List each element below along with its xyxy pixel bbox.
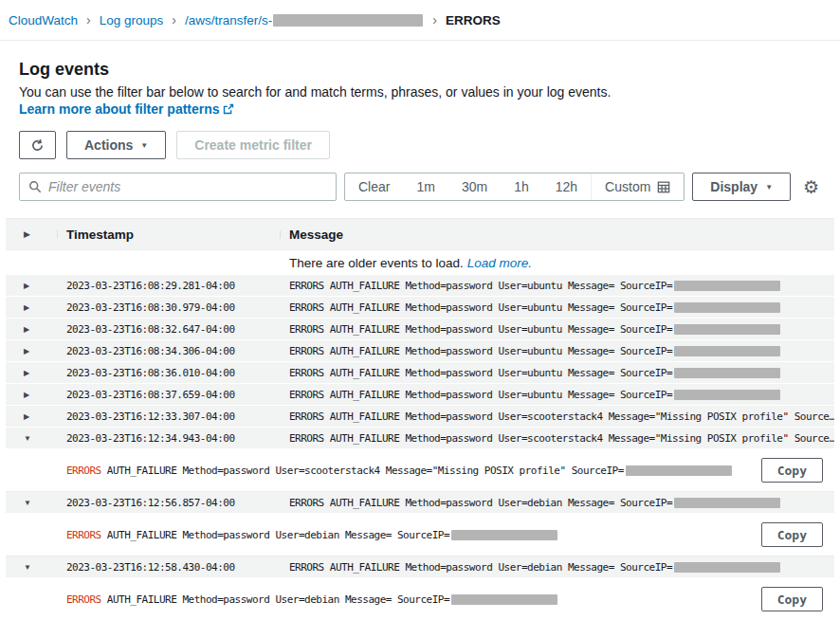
- message-cell: ERRORS AUTH_FAILURE Method=password User…: [289, 345, 834, 357]
- message-text: ERRORS AUTH_FAILURE Method=password User…: [289, 345, 672, 357]
- load-more-link[interactable]: Load more.: [467, 256, 532, 270]
- custom-range-button[interactable]: Custom: [591, 173, 684, 200]
- log-events-panel: Log events You can use the filter bar be…: [0, 41, 840, 201]
- log-rows: ▶2023-03-23T16:08:29.281-04:00ERRORS AUT…: [6, 275, 834, 620]
- learn-more-link[interactable]: Learn more about filter patterns: [19, 101, 234, 117]
- copy-button[interactable]: Copy: [761, 458, 823, 483]
- log-detail-text: ERRORS AUTH_FAILURE Method=password User…: [66, 529, 750, 541]
- expand-caret-icon[interactable]: ▶: [6, 282, 66, 290]
- redacted-source-ip: [674, 368, 780, 378]
- message-cell: ERRORS AUTH_FAILURE Method=password User…: [289, 323, 834, 336]
- message-text: ERRORS AUTH_FAILURE Method=password User…: [289, 410, 834, 423]
- range-1m-button[interactable]: 1m: [403, 173, 447, 200]
- log-row[interactable]: ▶2023-03-23T16:12:33.307-04:00ERRORS AUT…: [6, 406, 834, 428]
- search-icon: [28, 180, 42, 193]
- log-row[interactable]: ▶2023-03-23T16:08:36.010-04:00ERRORS AUT…: [6, 362, 834, 384]
- message-text: ERRORS AUTH_FAILURE Method=password User…: [289, 323, 672, 336]
- settings-gear-icon[interactable]: ⚙: [803, 178, 819, 196]
- message-cell: ERRORS AUTH_FAILURE Method=password User…: [289, 432, 834, 445]
- log-events-table: ▶ Timestamp Message There are older even…: [6, 218, 834, 620]
- log-row[interactable]: ▼2023-03-23T16:12:56.857-04:00ERRORS AUT…: [6, 492, 834, 514]
- log-detail-text: ERRORS AUTH_FAILURE Method=password User…: [66, 593, 750, 606]
- range-12h-button[interactable]: 12h: [542, 173, 591, 200]
- toolbar: Actions ▼ Create metric filter: [19, 131, 821, 159]
- expand-caret-icon[interactable]: ▶: [6, 412, 66, 421]
- error-token: ERRORS: [66, 529, 101, 541]
- chevron-down-icon: ▼: [765, 184, 773, 191]
- log-row[interactable]: ▼2023-03-23T16:12:58.430-04:00ERRORS AUT…: [6, 556, 834, 578]
- collapse-caret-icon[interactable]: ▼: [6, 563, 66, 572]
- description-text: You can use the filter bar below to sear…: [19, 84, 611, 100]
- expand-caret-icon[interactable]: ▶: [6, 347, 66, 356]
- timestamp-cell: 2023-03-23T16:08:29.281-04:00: [66, 280, 289, 292]
- filter-events-input[interactable]: [48, 179, 327, 194]
- create-metric-filter-button[interactable]: Create metric filter: [176, 131, 330, 159]
- timestamp-cell: 2023-03-23T16:08:37.659-04:00: [66, 389, 289, 401]
- log-row[interactable]: ▶2023-03-23T16:08:30.979-04:00ERRORS AUT…: [6, 297, 834, 319]
- message-text: ERRORS AUTH_FAILURE Method=password User…: [289, 432, 834, 445]
- breadcrumb-log-group[interactable]: /aws/transfer/s-: [185, 13, 424, 27]
- message-cell: ERRORS AUTH_FAILURE Method=password User…: [289, 280, 834, 292]
- timestamp-cell: 2023-03-23T16:12:58.430-04:00: [66, 561, 289, 574]
- older-events-row: There are older events to load. Load mor…: [6, 250, 834, 275]
- timestamp-column-header[interactable]: Timestamp: [66, 228, 289, 242]
- redacted-source-ip: [674, 562, 780, 573]
- filter-events-box: [19, 173, 337, 201]
- external-link-icon: [223, 103, 234, 115]
- message-column-header[interactable]: Message: [289, 228, 834, 242]
- refresh-button[interactable]: [19, 131, 56, 159]
- message-cell: ERRORS AUTH_FAILURE Method=password User…: [289, 410, 834, 423]
- message-text: ERRORS AUTH_FAILURE Method=password User…: [289, 497, 672, 509]
- redacted-source-ip: [451, 530, 557, 540]
- error-token: ERRORS: [66, 593, 101, 606]
- message-text: ERRORS AUTH_FAILURE Method=password User…: [289, 367, 672, 379]
- time-range-group: Clear 1m 30m 1h 12h Custom: [344, 173, 685, 201]
- redacted-log-group-name: [273, 14, 423, 27]
- log-detail-text: ERRORS AUTH_FAILURE Method=password User…: [66, 465, 750, 477]
- breadcrumb-cloudwatch[interactable]: CloudWatch: [9, 13, 78, 27]
- redacted-source-ip: [674, 346, 780, 356]
- collapse-caret-icon[interactable]: ▼: [6, 434, 66, 443]
- breadcrumb: CloudWatch › Log groups › /aws/transfer/…: [0, 0, 840, 41]
- expand-caret-icon[interactable]: ▶: [6, 391, 66, 399]
- timestamp-cell: 2023-03-23T16:12:34.943-04:00: [66, 432, 289, 445]
- log-row[interactable]: ▶2023-03-23T16:08:29.281-04:00ERRORS AUT…: [6, 275, 834, 297]
- log-row[interactable]: ▶2023-03-23T16:08:32.647-04:00ERRORS AUT…: [6, 319, 834, 340]
- actions-button[interactable]: Actions ▼: [66, 131, 166, 159]
- redacted-source-ip: [674, 498, 780, 508]
- collapse-caret-icon[interactable]: ▼: [6, 499, 66, 507]
- message-cell: ERRORS AUTH_FAILURE Method=password User…: [289, 367, 834, 379]
- refresh-icon: [30, 138, 45, 153]
- timestamp-cell: 2023-03-23T16:08:34.306-04:00: [66, 345, 289, 357]
- calendar-icon: [657, 180, 670, 193]
- log-row[interactable]: ▼2023-03-23T16:12:34.943-04:00ERRORS AUT…: [6, 428, 834, 449]
- log-row[interactable]: ▶2023-03-23T16:08:37.659-04:00ERRORS AUT…: [6, 384, 834, 406]
- redacted-source-ip: [674, 324, 780, 335]
- expand-caret-icon[interactable]: ▶: [6, 369, 66, 377]
- message-text: ERRORS AUTH_FAILURE Method=password User…: [289, 301, 672, 314]
- older-events-text: There are older events to load. Load mor…: [289, 256, 532, 270]
- message-cell: ERRORS AUTH_FAILURE Method=password User…: [289, 561, 834, 574]
- range-30m-button[interactable]: 30m: [448, 173, 501, 200]
- expand-caret-icon[interactable]: ▶: [6, 325, 66, 334]
- copy-button[interactable]: Copy: [761, 522, 823, 547]
- copy-button[interactable]: Copy: [761, 587, 823, 611]
- timestamp-cell: 2023-03-23T16:08:30.979-04:00: [66, 301, 289, 314]
- message-text: ERRORS AUTH_FAILURE Method=password User…: [289, 561, 672, 574]
- message-text: ERRORS AUTH_FAILURE Method=password User…: [289, 280, 672, 292]
- clear-button[interactable]: Clear: [345, 173, 403, 200]
- message-cell: ERRORS AUTH_FAILURE Method=password User…: [289, 389, 834, 401]
- breadcrumb-log-groups[interactable]: Log groups: [100, 13, 164, 27]
- redacted-source-ip: [674, 281, 780, 291]
- range-1h-button[interactable]: 1h: [501, 173, 542, 200]
- redacted-source-ip: [674, 390, 780, 400]
- log-row[interactable]: ▶2023-03-23T16:08:34.306-04:00ERRORS AUT…: [6, 340, 834, 362]
- timestamp-cell: 2023-03-23T16:12:33.307-04:00: [66, 410, 289, 423]
- display-button[interactable]: Display ▼: [692, 173, 791, 201]
- chevron-down-icon: ▼: [140, 142, 148, 150]
- page-description: You can use the filter bar below to sear…: [19, 83, 821, 118]
- redacted-source-ip: [674, 302, 780, 313]
- timestamp-cell: 2023-03-23T16:08:32.647-04:00: [66, 323, 289, 336]
- timestamp-cell: 2023-03-23T16:12:56.857-04:00: [66, 497, 289, 509]
- expand-caret-icon[interactable]: ▶: [6, 303, 66, 312]
